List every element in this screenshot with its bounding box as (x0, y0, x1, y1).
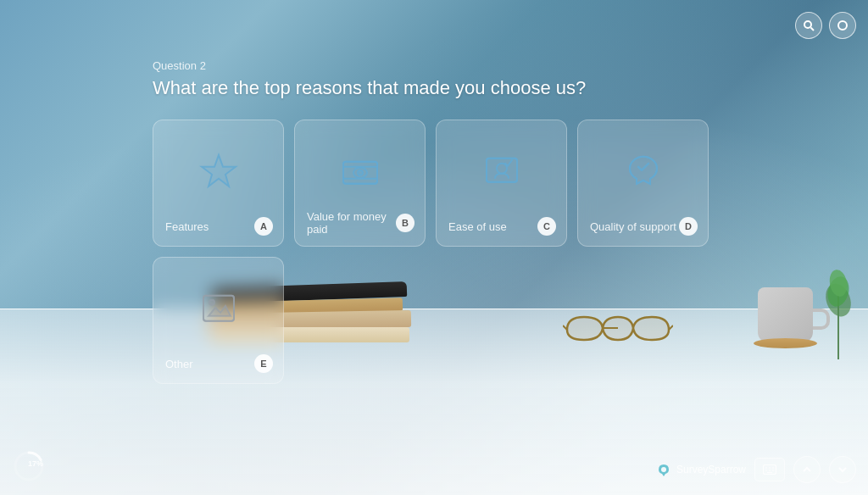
svg-point-25 (661, 467, 666, 472)
bottom-bar: SurveySparrow (655, 456, 856, 483)
support-icon (621, 150, 665, 197)
progress-text: 17% (28, 460, 43, 468)
main-content: Question 2 What are the top reasons that… (0, 0, 868, 495)
question-number: Question 2 (153, 59, 868, 72)
option-support[interactable]: Quality of support D (577, 120, 709, 247)
svg-marker-10 (202, 155, 236, 186)
keyboard-button[interactable] (754, 458, 785, 481)
value-badge: B (396, 214, 415, 232)
other-badge: E (254, 354, 273, 373)
options-grid: Features A Value for money paid B (153, 120, 868, 384)
nav-down-button[interactable] (829, 456, 856, 483)
question-title: What are the top reasons that made you c… (153, 77, 868, 99)
svg-point-22 (209, 300, 214, 305)
ease-icon (480, 150, 524, 197)
option-value[interactable]: Value for money paid B (294, 120, 426, 247)
value-icon (338, 150, 382, 197)
option-features[interactable]: Features A (153, 120, 284, 247)
option-ease[interactable]: Ease of use C (436, 120, 567, 247)
svg-rect-17 (487, 159, 517, 182)
svg-point-16 (358, 170, 363, 175)
branding: SurveySparrow (655, 461, 746, 478)
value-label: Value for money paid (307, 210, 396, 236)
features-label: Features (165, 220, 209, 233)
support-label: Quality of support (590, 220, 676, 233)
other-label: Other (165, 358, 193, 370)
svg-rect-20 (203, 296, 234, 321)
nav-up-button[interactable] (793, 456, 821, 483)
ease-badge: C (537, 217, 556, 236)
branding-name: SurveySparrow (676, 464, 746, 476)
features-icon (197, 150, 241, 197)
other-icon (197, 287, 241, 335)
support-badge: D (679, 217, 698, 236)
ease-label: Ease of use (448, 220, 507, 233)
features-badge: A (254, 217, 273, 236)
progress-indicator: 17% (12, 449, 46, 483)
option-other[interactable]: Other E (153, 257, 284, 384)
